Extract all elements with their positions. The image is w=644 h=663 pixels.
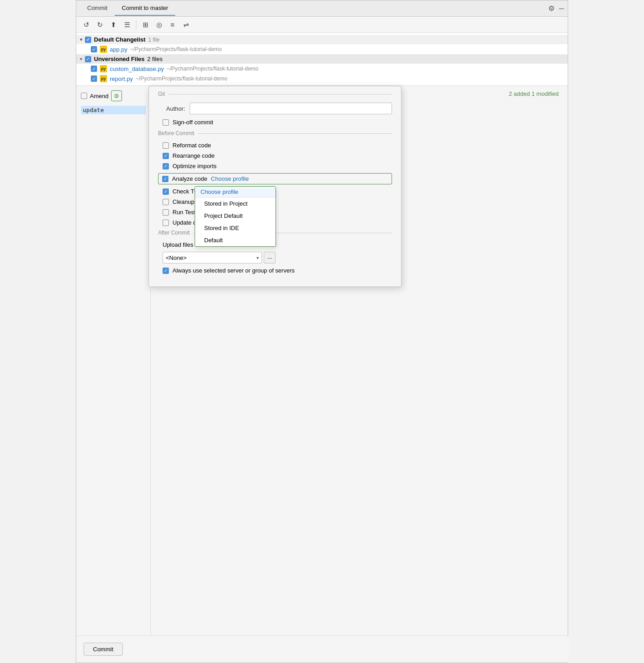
- update-copyright-checkbox[interactable]: [163, 220, 169, 226]
- main-window: Commit Commit to master ⚙ ─ ↺ ↻ ⬆ ☰ ⊞ ◎ …: [76, 0, 568, 663]
- checkbox-custom-db[interactable]: ✓: [91, 66, 97, 72]
- changelist-default-count: 1 file: [148, 37, 159, 43]
- title-icons: ⚙ ─: [548, 4, 564, 13]
- dropdown-item-stored-ide[interactable]: Stored in IDE: [195, 222, 275, 234]
- author-label: Author:: [158, 105, 185, 112]
- commit-message[interactable]: update: [81, 106, 146, 114]
- checkbox-app-py[interactable]: ✓: [91, 46, 97, 52]
- upload-select-wrapper: <None> ▾ ···: [163, 252, 275, 263]
- before-commit-label: Before Commit: [158, 130, 194, 136]
- dropdown-item-stored-project[interactable]: Stored in Project: [195, 197, 275, 210]
- before-commit-title: Before Commit: [158, 130, 392, 136]
- author-input[interactable]: [190, 103, 392, 114]
- checkbox-unversioned[interactable]: ✓: [85, 56, 91, 62]
- always-use-label: Always use selected server or group of s…: [173, 267, 294, 274]
- filepath-report-py: ~/PycharmProjects/flask-tutorial-demo: [135, 75, 227, 82]
- left-panel: Amend ⚙ update: [76, 86, 151, 663]
- filter-btn[interactable]: ≡: [166, 19, 179, 31]
- filename-report-py: report.py: [110, 75, 133, 82]
- reformat-code-label: Reformat code: [173, 142, 211, 149]
- rearrange-code-checkbox[interactable]: ✓: [163, 153, 169, 159]
- check-todo-checkbox[interactable]: ✓: [163, 188, 169, 195]
- diff-btn[interactable]: ⇌: [180, 19, 192, 31]
- title-bar: Commit Commit to master ⚙ ─: [76, 0, 568, 17]
- author-row: Author:: [158, 103, 392, 114]
- dropdown-header[interactable]: Choose profile: [195, 187, 275, 197]
- reformat-code-checkbox[interactable]: [163, 142, 169, 149]
- chevron-unversioned[interactable]: ▾: [80, 56, 82, 61]
- py-icon-app: py: [100, 46, 107, 53]
- move-btn[interactable]: ⬆: [107, 19, 120, 31]
- file-item-custom-db: ✓ py custom_database.py ~/PycharmProject…: [76, 64, 568, 74]
- upload-row: <None> ▾ ···: [158, 252, 392, 263]
- minimize-icon[interactable]: ─: [559, 5, 564, 13]
- select-arrow-icon: ▾: [257, 255, 259, 260]
- analyze-code-row: ✓ Analyze code Choose profile Choose pro…: [158, 173, 392, 184]
- checkbox-report-py[interactable]: ✓: [91, 75, 97, 82]
- py-icon-custom-db: py: [100, 65, 107, 72]
- amend-label: Amend: [90, 93, 108, 99]
- filename-custom-db: custom_database.py: [110, 66, 164, 72]
- unversioned-label: Unversioned Files: [94, 56, 145, 62]
- upload-select-value: <None>: [166, 254, 187, 261]
- amend-row: Amend ⚙: [81, 90, 146, 101]
- optimize-imports-checkbox[interactable]: ✓: [163, 163, 169, 169]
- after-commit-label: After Commit: [158, 230, 190, 236]
- git-section-title: Git: [158, 91, 392, 97]
- sign-off-checkbox[interactable]: [163, 119, 169, 126]
- cleanup-checkbox[interactable]: [163, 199, 169, 205]
- file-list: ▾ ✓ Default Changelist 1 file ✓ py app.p…: [76, 33, 568, 86]
- sign-off-label: Sign-off commit: [173, 119, 213, 126]
- settings-icon[interactable]: ⚙: [548, 4, 555, 13]
- checkbox-default-changelist[interactable]: ✓: [85, 37, 91, 43]
- file-item-report-py: ✓ py report.py ~/PycharmProjects/flask-t…: [76, 74, 568, 84]
- upload-dots-btn[interactable]: ···: [264, 252, 275, 263]
- filepath-custom-db: ~/PycharmProjects/flask-tutorial-demo: [167, 66, 258, 72]
- grid-btn[interactable]: ⊞: [139, 19, 152, 31]
- right-summary: 2 added 1 modified: [509, 90, 559, 97]
- filename-app-py: app.py: [110, 46, 127, 53]
- dropdown-item-default[interactable]: Default: [195, 234, 275, 246]
- changelist-default-name: Default Changelist: [94, 36, 145, 43]
- gear-button[interactable]: ⚙: [111, 90, 122, 101]
- git-section: Git Author: Sign-off commit: [149, 86, 401, 126]
- dropdown-item-project-default[interactable]: Project Default: [195, 210, 275, 222]
- run-tests-checkbox[interactable]: [163, 209, 169, 216]
- tab-commit[interactable]: Commit: [80, 1, 115, 16]
- undo-btn[interactable]: ↻: [93, 19, 106, 31]
- main-area: Amend ⚙ update 2 added 1 modified Git Au…: [76, 86, 568, 663]
- filepath-app-py: ~/PycharmProjects/flask-tutorial-demo: [130, 46, 222, 52]
- commit-button[interactable]: Commit: [84, 643, 123, 656]
- upload-select[interactable]: <None> ▾: [163, 252, 262, 263]
- amend-checkbox[interactable]: [81, 93, 87, 99]
- tab-commit-to-master[interactable]: Commit to master: [115, 1, 176, 16]
- analyze-code-checkbox[interactable]: ✓: [162, 176, 168, 182]
- always-use-row: ✓ Always use selected server or group of…: [158, 267, 392, 274]
- analyze-code-label: Analyze code: [172, 175, 207, 182]
- always-use-checkbox[interactable]: ✓: [163, 268, 169, 274]
- rearrange-code-label: Rearrange code: [173, 152, 215, 159]
- git-dialog: Git Author: Sign-off commit Before Commi…: [149, 86, 401, 287]
- separator-1: [136, 20, 136, 29]
- optimize-imports-label: Optimize imports: [173, 163, 217, 169]
- git-title-label: Git: [158, 91, 165, 97]
- refresh-btn[interactable]: ↺: [80, 19, 93, 31]
- changelist-default-header: ▾ ✓ Default Changelist 1 file: [76, 35, 568, 44]
- toolbar: ↺ ↻ ⬆ ☰ ⊞ ◎ ≡ ⇌: [76, 17, 568, 33]
- unversioned-count: 2 files: [147, 56, 163, 62]
- profile-dropdown: Choose profile Stored in Project Project…: [195, 186, 276, 247]
- list-btn[interactable]: ☰: [121, 19, 133, 31]
- bottom-bar: Commit: [76, 635, 569, 663]
- cleanup-label: Cleanup: [173, 198, 194, 205]
- chevron-default[interactable]: ▾: [80, 37, 82, 42]
- sign-off-row: Sign-off commit: [158, 119, 392, 126]
- reformat-code-row: Reformat code: [158, 142, 392, 149]
- choose-profile-link[interactable]: Choose profile: [211, 175, 249, 182]
- before-commit-section: Before Commit Reformat code ✓ Rearrange …: [149, 130, 401, 226]
- optimize-imports-row: ✓ Optimize imports: [158, 163, 392, 169]
- rearrange-code-row: ✓ Rearrange code: [158, 152, 392, 159]
- title-tabs: Commit Commit to master: [80, 1, 175, 16]
- file-item-app-py: ✓ py app.py ~/PycharmProjects/flask-tuto…: [76, 44, 568, 54]
- unversioned-header: ▾ ✓ Unversioned Files 2 files: [76, 54, 568, 64]
- view-btn[interactable]: ◎: [153, 19, 165, 31]
